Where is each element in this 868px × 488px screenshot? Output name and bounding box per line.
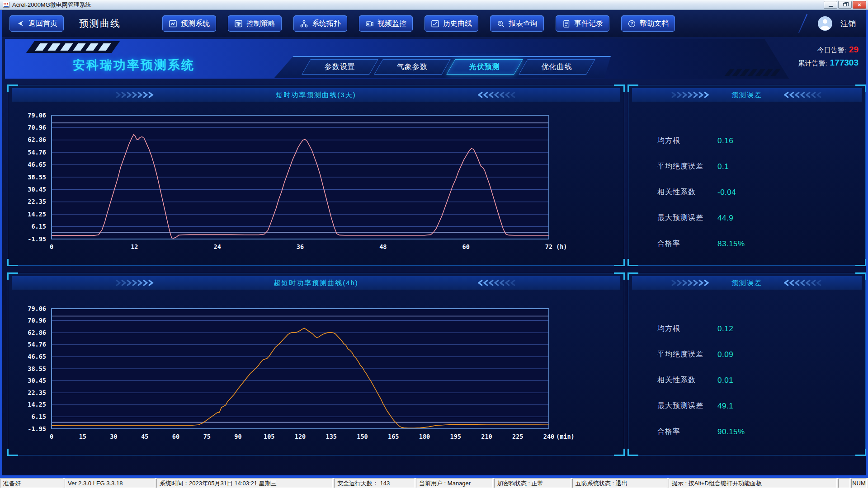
svg-text:180: 180 [419, 433, 430, 440]
svg-text:38.55: 38.55 [28, 365, 46, 372]
svg-text:90: 90 [234, 433, 241, 440]
nav-button-control-strategy[interactable]: 控制策略 [228, 15, 282, 32]
panel-header: 超短时功率预测曲线(4h) [12, 276, 620, 290]
back-arrow-icon [16, 19, 25, 28]
logout-area: 注销 [802, 13, 859, 34]
header-band: 安科瑞功率预测系统 参数设置 气象参数 光伏预测 优化曲线 [5, 39, 789, 79]
total-alarm-label: 累计告警: [798, 59, 827, 67]
svg-text:14.25: 14.25 [28, 401, 46, 408]
nav-button-system-topology[interactable]: 系统拓扑 [293, 15, 347, 32]
divider [798, 14, 808, 33]
tab-pv-forecast[interactable]: 光伏预测 [446, 59, 523, 75]
metric-label: 相关性系数 [657, 188, 717, 197]
nav-button-history-curve[interactable]: 历史曲线 [425, 15, 478, 32]
svg-text:22.35: 22.35 [28, 389, 46, 396]
svg-text:54.76: 54.76 [28, 149, 46, 156]
topology-icon [300, 19, 308, 28]
event-log-icon [562, 19, 571, 28]
svg-text:75: 75 [203, 433, 211, 440]
metric-label: 相关性系数 [657, 375, 717, 385]
svg-text:(h): (h) [556, 243, 567, 250]
svg-text:12: 12 [131, 243, 138, 250]
alert-counters: 今日告警:29 累计告警:177303 [798, 43, 859, 70]
metric-value: 90.15% [717, 427, 745, 436]
application-window: Acrel-2000MG微电网管理系统 × 返回首页 预测曲线 [0, 0, 868, 488]
status-blank [838, 479, 850, 488]
tab-optimize-curve[interactable]: 优化曲线 [519, 59, 595, 75]
nav-button-event-log[interactable]: 事件记录 [556, 15, 609, 32]
nav-button-video-monitor[interactable]: 视频监控 [359, 15, 413, 32]
chevrons-left-icon [784, 91, 823, 99]
user-avatar-icon [817, 15, 833, 32]
tab-label: 气象参数 [397, 62, 428, 72]
metric-value: 0.1 [717, 162, 729, 171]
svg-text:225: 225 [512, 433, 523, 440]
video-monitor-icon [365, 19, 374, 28]
metric-label: 最大预测误差 [657, 213, 717, 223]
tab-bar: 参数设置 气象参数 光伏预测 优化曲线 [306, 59, 591, 75]
svg-text:60: 60 [462, 243, 470, 250]
report-search-icon [496, 19, 505, 28]
status-wufang: 五防系统状态 : 退出 [572, 479, 667, 488]
svg-text:62.86: 62.86 [28, 136, 46, 143]
control-strategy-icon [234, 19, 243, 28]
svg-text:240: 240 [543, 433, 554, 440]
error-metrics: 均方根0.16 平均绝度误差0.1 相关性系数-0.04 最大预测误差44.9 … [628, 102, 865, 265]
svg-text:36: 36 [297, 243, 304, 250]
svg-text:6.15: 6.15 [31, 413, 46, 420]
status-system-time: 系统时间：2023年05月31日 14:03:21 星期三 [156, 479, 333, 488]
status-dongle: 加密狗状态 : 正常 [494, 479, 571, 488]
metric-label: 均方根 [657, 136, 717, 145]
prediction-system-icon [169, 19, 177, 28]
metric-label: 合格率 [657, 427, 717, 436]
metric-value: 44.9 [717, 214, 733, 223]
metric-value: 49.1 [717, 402, 733, 411]
chevrons-left-icon [478, 279, 517, 286]
minimize-icon [829, 6, 833, 7]
today-alarm-label: 今日告警: [817, 46, 846, 54]
nav-label: 帮助文档 [640, 19, 669, 28]
nav-label: 控制策略 [246, 19, 275, 28]
history-curve-icon [431, 19, 439, 28]
svg-text:105: 105 [264, 433, 274, 440]
svg-text:45: 45 [141, 433, 148, 440]
nav-items: 预测系统 控制策略 系统拓扑 [162, 15, 675, 32]
svg-text:14.25: 14.25 [28, 211, 46, 218]
svg-text:6.15: 6.15 [31, 223, 46, 230]
slash-decoration-right [725, 69, 781, 76]
total-alarm-row: 累计告警:177303 [798, 56, 859, 70]
svg-text:48: 48 [379, 243, 387, 250]
metric-row: 合格率90.15% [657, 419, 865, 445]
metric-row: 平均绝度误差0.09 [657, 342, 865, 367]
svg-text:-1.95: -1.95 [28, 235, 46, 243]
metric-label: 均方根 [657, 324, 717, 333]
tab-weather-params[interactable]: 气象参数 [374, 59, 451, 75]
metric-row: 合格率83.15% [657, 231, 865, 257]
logout-button[interactable]: 注销 [838, 18, 859, 29]
panel-title: 预测误差 [731, 91, 762, 99]
close-button[interactable]: × [853, 1, 866, 9]
svg-text:79.06: 79.06 [28, 112, 46, 119]
svg-text:?: ? [630, 21, 633, 26]
back-home-button[interactable]: 返回首页 [9, 15, 64, 32]
nav-button-prediction-system[interactable]: 预测系统 [162, 15, 216, 32]
tab-parameter-settings[interactable]: 参数设置 [302, 59, 378, 75]
metric-row: 最大预测误差49.1 [657, 393, 865, 419]
minimize-button[interactable] [824, 1, 837, 9]
metric-value: 0.16 [717, 136, 733, 145]
svg-text:46.65: 46.65 [28, 161, 46, 168]
chevrons-left-icon [784, 279, 823, 286]
restore-button[interactable] [838, 1, 852, 9]
metric-row: 相关性系数-0.04 [657, 179, 865, 205]
metric-value: -0.04 [717, 188, 736, 197]
prediction-error-panel-1: 预测误差 均方根0.16 平均绝度误差0.1 相关性系数-0.04 最大预测误差… [628, 85, 866, 266]
page-title: 预测曲线 [79, 17, 121, 30]
nav-button-report-query[interactable]: 报表查询 [490, 15, 544, 32]
metric-value: 0.12 [717, 324, 733, 333]
metric-row: 最大预测误差44.9 [657, 205, 865, 231]
chart-svg: 79.0670.9662.8654.7646.6538.5530.4522.35… [11, 109, 575, 255]
svg-text:0: 0 [50, 243, 53, 250]
svg-text:30.45: 30.45 [28, 377, 46, 384]
nav-button-help-doc[interactable]: ? 帮助文档 [621, 15, 675, 32]
tab-label: 参数设置 [325, 62, 355, 72]
